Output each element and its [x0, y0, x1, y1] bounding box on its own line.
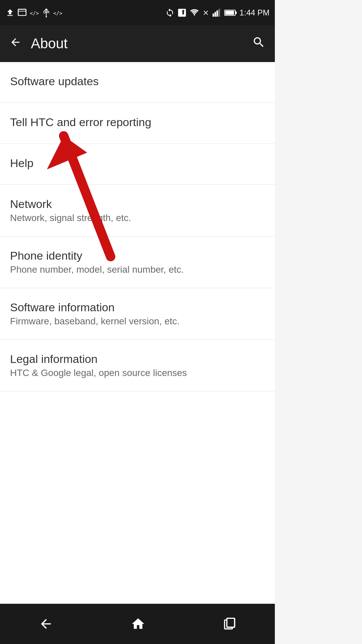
menu-item-legal-information[interactable]: Legal informationHTC & Google legal, ope…	[0, 340, 275, 391]
svg-point-10	[46, 16, 47, 17]
nav-back-button[interactable]	[28, 613, 63, 635]
menu-item-title-network: Network	[10, 198, 265, 211]
svg-rect-8	[47, 11, 49, 13]
svg-rect-17	[235, 11, 237, 14]
menu-item-software-updates[interactable]: Software updates	[0, 62, 275, 103]
svg-text:</>: </>	[53, 10, 62, 16]
nav-home-icon	[131, 616, 145, 631]
nav-recent-icon	[223, 617, 236, 631]
menu-item-subtitle-software-information: Firmware, baseband, kernel version, etc.	[10, 316, 265, 327]
back-arrow-icon	[9, 36, 21, 48]
image-icon	[17, 8, 27, 17]
search-button[interactable]	[249, 33, 268, 55]
usb-icon	[42, 8, 50, 17]
nav-recent-button[interactable]	[213, 614, 246, 634]
menu-item-phone-identity[interactable]: Phone identityPhone number, model, seria…	[0, 236, 275, 288]
sync-icon	[165, 8, 175, 17]
page-title: About	[31, 36, 68, 52]
search-icon	[252, 36, 265, 49]
status-bar: </> </>	[0, 0, 275, 25]
svg-rect-18	[225, 11, 234, 15]
close-icon	[202, 9, 209, 16]
svg-point-7	[44, 11, 46, 13]
svg-rect-22	[227, 618, 234, 627]
menu-item-tell-htc[interactable]: Tell HTC and error reporting	[0, 103, 275, 144]
app-bar-left: About	[7, 34, 68, 54]
menu-item-help[interactable]: Help	[0, 144, 275, 185]
menu-item-title-software-updates: Software updates	[10, 75, 265, 88]
battery-icon	[224, 9, 237, 16]
menu-item-subtitle-phone-identity: Phone number, model, serial number, etc.	[10, 264, 265, 275]
menu-item-subtitle-legal-information: HTC & Google legal, open source licenses	[10, 368, 265, 378]
svg-text:</>: </>	[30, 10, 39, 16]
code-icon: </>	[29, 8, 40, 17]
svg-rect-0	[18, 9, 26, 15]
back-button[interactable]	[7, 34, 24, 54]
nav-home-button[interactable]	[121, 613, 156, 635]
menu-item-subtitle-network: Network, signal strength, etc.	[10, 213, 265, 223]
status-bar-right-icons: 1:44 PM	[165, 8, 269, 17]
app-bar: About	[0, 25, 275, 62]
code2-icon: </>	[53, 8, 63, 17]
nav-back-icon	[39, 616, 53, 631]
menu-item-title-software-information: Software information	[10, 301, 265, 314]
menu-item-software-information[interactable]: Software informationFirmware, baseband, …	[0, 288, 275, 340]
svg-rect-1	[18, 9, 26, 15]
status-time: 1:44 PM	[240, 8, 269, 17]
upload-icon	[5, 8, 15, 17]
svg-rect-14	[216, 10, 218, 17]
menu-item-network[interactable]: NetworkNetwork, signal strength, etc.	[0, 185, 275, 236]
menu-item-title-legal-information: Legal information	[10, 353, 265, 366]
hotspot-icon	[189, 8, 199, 17]
menu-item-title-phone-identity: Phone identity	[10, 249, 265, 262]
content-area: Software updatesTell HTC and error repor…	[0, 62, 275, 644]
menu-item-title-help: Help	[10, 157, 265, 170]
nfc-icon	[177, 8, 187, 17]
menu-item-title-tell-htc: Tell HTC and error reporting	[10, 116, 265, 129]
svg-rect-13	[215, 12, 216, 16]
svg-rect-12	[213, 13, 214, 16]
status-bar-left-icons: </> </>	[5, 8, 63, 17]
nav-bar	[0, 604, 275, 644]
menu-list: Software updatesTell HTC and error repor…	[0, 62, 275, 391]
signal-icon	[212, 8, 222, 17]
svg-rect-15	[218, 9, 220, 16]
